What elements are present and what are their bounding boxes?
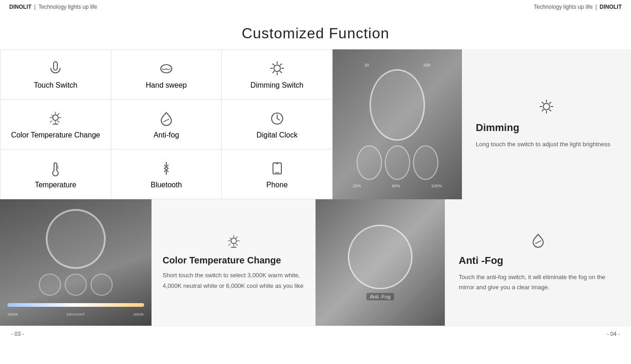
feature-dimming-switch[interactable]: Dimming Switch	[222, 50, 333, 100]
digital-clock-icon	[269, 111, 285, 126]
color-temp-description: Color Temperature Change Short touch the…	[152, 199, 316, 326]
dimming-desc-text: Long touch the switch to adjust the ligh…	[476, 139, 617, 149]
feature-hand-sweep[interactable]: Hand sweep	[111, 50, 222, 100]
feature-temperature[interactable]: Temperature	[0, 149, 111, 199]
svg-line-17	[164, 119, 169, 122]
header-left-separator: |	[34, 4, 36, 10]
color-temp-title: Color Temperature Change	[163, 255, 304, 266]
feature-bluetooth[interactable]: Bluetooth	[111, 149, 222, 199]
color-temp-desc-text: Short touch the switch to select 3,000K …	[163, 270, 304, 291]
mirror-small-1	[357, 145, 382, 180]
anti-fog-icon	[158, 111, 174, 126]
header-right-separator: |	[595, 4, 597, 10]
svg-point-2	[274, 65, 280, 72]
fog-mirror-bg: Anti -Fog	[316, 199, 445, 326]
page-number-right: - 04 -	[607, 331, 620, 337]
temperature-label: Temperature	[35, 181, 76, 189]
dimming-switch-icon	[269, 61, 285, 77]
hand-sweep-icon	[158, 61, 174, 77]
svg-line-42	[535, 241, 541, 244]
brand-name-left: DINOLIT	[9, 4, 31, 10]
svg-point-36	[231, 238, 237, 244]
svg-line-33	[550, 110, 551, 111]
feature-row-1: Touch Switch Hand sweep	[0, 50, 333, 100]
touch-switch-label: Touch Switch	[34, 81, 77, 90]
feature-color-temperature[interactable]: Color Temperature Change	[0, 100, 111, 149]
svg-line-34	[550, 102, 551, 104]
header-left-tagline: Technology lights up life	[38, 4, 97, 10]
color-temp-label-6000: 6000K	[7, 312, 18, 316]
anti-fog-desc-text: Touch the anti-fog switch, it will elimi…	[459, 272, 617, 292]
feature-grid: Touch Switch Hand sweep	[0, 49, 333, 199]
touch-switch-icon	[48, 61, 63, 77]
header-right-tagline: Technology lights up life	[534, 4, 592, 10]
bluetooth-icon	[158, 161, 174, 176]
color-temp-image: 6000K DAYLIGHT 3000K	[0, 199, 152, 326]
svg-point-27	[543, 103, 550, 110]
mirror-bottom-row	[357, 145, 438, 180]
color-temperature-label: Color Temperature Change	[11, 131, 100, 139]
bottom-section: 6000K DAYLIGHT 3000K Color Temperature	[0, 199, 631, 326]
feature-row-2: Color Temperature Change Anti-fog	[0, 100, 333, 149]
svg-line-35	[542, 110, 544, 111]
feature-anti-fog[interactable]: Anti-fog	[111, 100, 222, 149]
svg-line-10	[273, 72, 274, 73]
round-mirror-small-2	[65, 274, 87, 296]
dimming-info-panel: 10 100 20% 60% 100%	[333, 49, 631, 199]
mirror-small-2	[385, 145, 410, 180]
color-temp-label-3000: 3000K	[133, 312, 144, 316]
brand-name-right: DINOLIT	[600, 4, 622, 10]
dimming-description: Dimming Long touch the switch to adjust …	[462, 49, 631, 199]
color-temperature-icon	[48, 111, 63, 126]
phone-icon	[269, 161, 285, 176]
round-mirror-bg: 6000K DAYLIGHT 3000K	[0, 199, 152, 326]
svg-line-9	[280, 64, 281, 66]
anti-fog-image-label: Anti -Fog	[366, 293, 394, 300]
color-temp-desc-icon	[163, 234, 304, 250]
mirror-oval	[370, 69, 425, 141]
top-section: Touch Switch Hand sweep	[0, 49, 631, 199]
color-temp-label-daylight: DAYLIGHT	[67, 312, 85, 316]
page-header: DINOLIT | Technology lights up life Tech…	[0, 0, 631, 14]
mirror-bg: 10 100 20% 60% 100%	[333, 49, 462, 199]
page-title: Customized Function	[0, 14, 631, 49]
svg-line-32	[542, 102, 544, 104]
anti-fog-panel: Anti -Fog Anti -Fog Touch the anti-fog s…	[316, 199, 631, 326]
dimming-desc-icon	[476, 99, 617, 115]
svg-line-7	[273, 64, 274, 66]
hand-sweep-label: Hand sweep	[146, 81, 187, 90]
brightness-label-10: 10	[364, 63, 369, 67]
round-mirror-small-row	[39, 274, 113, 296]
header-right-brand: Technology lights up life | DINOLIT	[534, 4, 622, 10]
color-temp-panel: 6000K DAYLIGHT 3000K Color Temperature	[0, 199, 316, 326]
feature-touch-switch[interactable]: Touch Switch	[0, 50, 111, 100]
dimming-image: 10 100 20% 60% 100%	[333, 49, 462, 199]
fog-mirror-round	[348, 225, 413, 289]
anti-fog-description: Anti -Fog Touch the anti-fog switch, it …	[445, 199, 631, 326]
mirror-small-3	[413, 145, 438, 180]
anti-fog-title: Anti -Fog	[459, 255, 617, 267]
svg-line-8	[280, 72, 281, 73]
color-temp-bar	[7, 303, 144, 307]
feature-phone[interactable]: Phone	[222, 149, 333, 199]
page-numbers: - 03 - - 04 -	[0, 326, 631, 342]
brightness-pct-60: 60%	[392, 184, 400, 188]
feature-digital-clock[interactable]: Digital Clock	[222, 100, 333, 149]
feature-row-3: Temperature Bluetooth	[0, 149, 333, 199]
brightness-label-100: 100	[423, 63, 430, 67]
anti-fog-desc-icon	[459, 233, 617, 248]
brightness-pct-20: 20%	[352, 184, 361, 188]
temperature-icon	[48, 161, 63, 176]
digital-clock-label: Digital Clock	[256, 131, 297, 139]
svg-line-20	[277, 119, 279, 120]
header-left-brand: DINOLIT | Technology lights up life	[9, 4, 97, 10]
svg-point-11	[53, 115, 58, 120]
anti-fog-image: Anti -Fog	[316, 199, 445, 326]
dimming-switch-label: Dimming Switch	[250, 81, 303, 90]
round-mirror-small-1	[39, 274, 61, 296]
page-number-left: - 03 -	[11, 331, 24, 337]
svg-rect-0	[54, 62, 57, 70]
feature-grid-panel: Touch Switch Hand sweep	[0, 49, 333, 199]
phone-label: Phone	[267, 181, 288, 189]
round-mirror-small-3	[91, 274, 113, 296]
